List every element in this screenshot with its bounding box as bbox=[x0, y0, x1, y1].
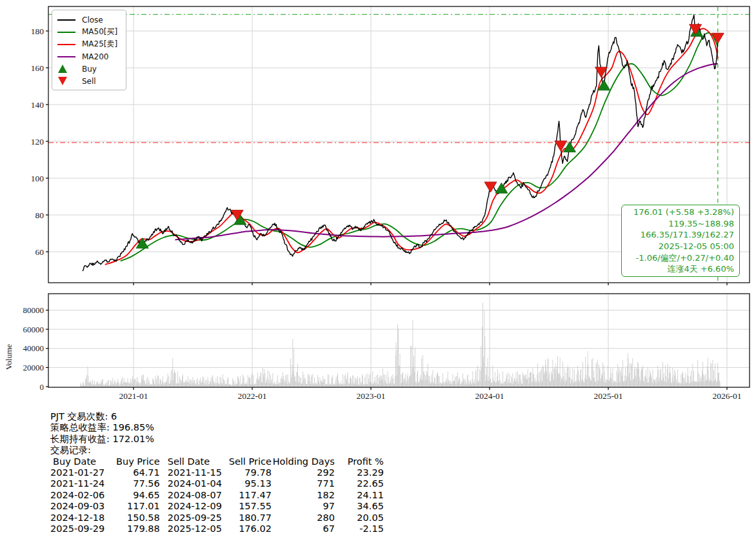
svg-text:2022-01: 2022-01 bbox=[238, 391, 267, 401]
table-cell: 2024-09-03 bbox=[50, 501, 116, 512]
table-row: 2024-12-18150.582025-09-25180.7728020.05 bbox=[50, 512, 384, 523]
table-cell: 2024-01-04 bbox=[160, 478, 229, 489]
table-cell: 292 bbox=[272, 467, 335, 478]
svg-text:60000: 60000 bbox=[23, 325, 45, 334]
info-line: 连涨4天 +6.60% bbox=[624, 263, 734, 275]
quote-info-box: 176.01 (+5.58 +3.28%)119.35~188.98166.35… bbox=[621, 205, 740, 277]
table-cell: 180.77 bbox=[229, 512, 272, 523]
legend: CloseMA50[买]MA25[卖]MA200BuySell bbox=[52, 10, 126, 90]
info-line: 2025-12-05 05:00 bbox=[624, 241, 734, 252]
table-cell: 2024-12-18 bbox=[50, 512, 116, 523]
info-line: 176.01 (+5.58 +3.28%) bbox=[624, 207, 734, 218]
svg-text:Volume: Volume bbox=[4, 344, 14, 370]
trade-record-label: 交易记录: bbox=[50, 445, 384, 456]
legend-item-2: MA25[卖] bbox=[57, 38, 121, 50]
buy-triangle-icon bbox=[57, 64, 77, 74]
legend-line-swatch bbox=[57, 32, 77, 33]
table-row: 2021-01-2764.712021-11-1579.7829223.29 bbox=[50, 467, 384, 478]
legend-item-1: MA50[买] bbox=[57, 26, 121, 38]
strategy-summary: PJT 交易次数: 6 策略总收益率: 196.85% 长期持有收益: 172.… bbox=[50, 411, 384, 534]
table-cell: 176.02 bbox=[229, 523, 272, 534]
table-cell: 34.65 bbox=[335, 501, 384, 512]
table-row: 2025-09-29179.882025-12-05176.0267-2.15 bbox=[50, 523, 384, 534]
legend-label: MA25[卖] bbox=[82, 39, 117, 50]
stock-strategy-dashboard: 6080100120140160180020000400006000080000… bbox=[0, 0, 756, 548]
col-header: Holding Days bbox=[272, 456, 335, 467]
svg-text:100: 100 bbox=[31, 174, 45, 183]
table-cell: 2024-12-09 bbox=[160, 501, 229, 512]
legend-item-3: MA200 bbox=[57, 50, 121, 63]
table-cell: 280 bbox=[272, 512, 335, 523]
col-header: Profit % bbox=[335, 456, 384, 467]
table-cell: 2021-11-15 bbox=[160, 467, 229, 478]
table-cell: 117.01 bbox=[116, 501, 160, 512]
trade-table: Buy DateBuy PriceSell DateSell PriceHold… bbox=[50, 456, 384, 535]
col-header: Sell Date bbox=[160, 456, 229, 467]
svg-text:140: 140 bbox=[31, 100, 45, 110]
table-cell: 2024-02-06 bbox=[50, 490, 116, 501]
table-cell: 20.05 bbox=[335, 512, 384, 523]
svg-text:80000: 80000 bbox=[23, 305, 45, 315]
trade-table-header: Buy DateBuy PriceSell DateSell PriceHold… bbox=[50, 456, 384, 467]
table-cell: 95.13 bbox=[229, 478, 272, 489]
table-cell: 24.11 bbox=[335, 490, 384, 501]
svg-text:2025-01: 2025-01 bbox=[594, 391, 623, 401]
table-cell: 2025-09-25 bbox=[160, 512, 229, 523]
table-cell: -2.15 bbox=[335, 523, 384, 534]
table-row: 2021-11-2477.562024-01-0495.1377122.65 bbox=[50, 478, 384, 489]
legend-label: Buy bbox=[82, 65, 97, 74]
svg-text:120: 120 bbox=[31, 137, 45, 147]
legend-label: Close bbox=[82, 15, 103, 25]
svg-text:2026-01: 2026-01 bbox=[713, 391, 742, 401]
table-cell: 2021-11-24 bbox=[50, 478, 116, 489]
sell-triangle-icon bbox=[57, 76, 77, 86]
table-cell: 64.71 bbox=[116, 467, 160, 478]
trade-count-line: PJT 交易次数: 6 bbox=[50, 411, 384, 422]
legend-line-swatch bbox=[57, 19, 77, 21]
table-cell: 2021-01-27 bbox=[50, 467, 116, 478]
col-header: Buy Price bbox=[116, 456, 160, 467]
table-cell: 771 bbox=[272, 478, 335, 489]
svg-text:160: 160 bbox=[31, 63, 45, 73]
svg-text:20000: 20000 bbox=[23, 363, 45, 372]
svg-text:2021-01: 2021-01 bbox=[119, 391, 148, 401]
table-row: 2024-09-03117.012024-12-09157.559734.65 bbox=[50, 501, 384, 512]
svg-text:180: 180 bbox=[31, 26, 45, 36]
hold-return-line: 长期持有收益: 172.01% bbox=[50, 434, 384, 445]
table-cell: 182 bbox=[272, 490, 335, 501]
strategy-return-line: 策略总收益率: 196.85% bbox=[50, 422, 384, 433]
legend-item-4: Buy bbox=[57, 63, 121, 75]
table-cell: 23.29 bbox=[335, 467, 384, 478]
legend-label: MA50[买] bbox=[82, 26, 117, 37]
table-cell: 22.65 bbox=[335, 478, 384, 489]
svg-text:2024-01: 2024-01 bbox=[475, 391, 504, 401]
info-line: -1.06/偏空/+0.27/+0.40 bbox=[624, 252, 734, 264]
table-row: 2024-02-0694.652024-08-07117.4718224.11 bbox=[50, 490, 384, 501]
svg-text:0: 0 bbox=[40, 382, 45, 392]
svg-text:80: 80 bbox=[35, 210, 45, 220]
svg-text:60: 60 bbox=[35, 247, 45, 257]
svg-text:2023-01: 2023-01 bbox=[357, 391, 386, 401]
legend-item-0: Close bbox=[57, 14, 121, 26]
table-cell: 67 bbox=[272, 523, 335, 534]
table-cell: 97 bbox=[272, 501, 335, 512]
legend-label: MA200 bbox=[82, 52, 108, 61]
table-cell: 77.56 bbox=[116, 478, 160, 489]
info-line: 166.35/171.39/162.27 bbox=[624, 229, 734, 241]
legend-line-swatch bbox=[57, 44, 77, 45]
svg-text:40000: 40000 bbox=[23, 343, 45, 353]
legend-label: Sell bbox=[82, 77, 96, 86]
col-header: Buy Date bbox=[50, 456, 116, 467]
table-cell: 79.78 bbox=[229, 467, 272, 478]
table-cell: 2025-12-05 bbox=[160, 523, 229, 534]
table-cell: 117.47 bbox=[229, 490, 272, 501]
info-line: 119.35~188.98 bbox=[624, 218, 734, 230]
legend-line-swatch bbox=[57, 56, 77, 57]
col-header: Sell Price bbox=[229, 456, 272, 467]
table-cell: 150.58 bbox=[116, 512, 160, 523]
table-cell: 157.55 bbox=[229, 501, 272, 512]
table-cell: 94.65 bbox=[116, 490, 160, 501]
legend-item-5: Sell bbox=[57, 75, 121, 87]
table-cell: 2024-08-07 bbox=[160, 490, 229, 501]
table-cell: 2025-09-29 bbox=[50, 523, 116, 534]
